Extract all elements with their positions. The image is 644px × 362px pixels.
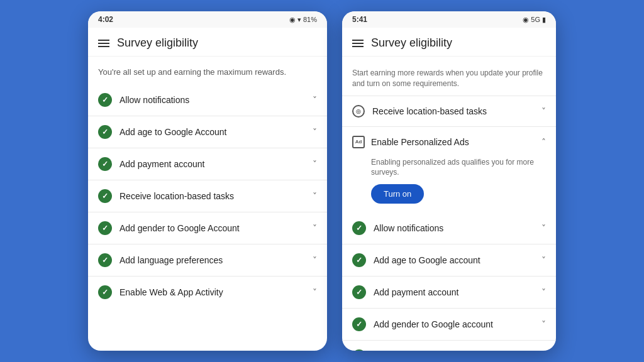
list-item[interactable]: Add gender to Google Account ˅	[88, 212, 327, 244]
chevron-icon-6: ˅	[313, 255, 317, 265]
location-text: Receive location-based tasks	[372, 106, 487, 116]
chevron-icon-5: ˅	[313, 223, 317, 233]
left-title: Survey eligibility	[117, 36, 198, 50]
right-status-bar: 5:41 ◉ 5G ▮	[342, 11, 556, 28]
item-text-5: Add gender to Google Account	[119, 223, 240, 233]
wifi-icon: ▾	[297, 16, 301, 24]
right-item-text-3: Add payment account	[374, 287, 458, 297]
list-item[interactable]: Enable Web & App Activity ˅	[88, 276, 327, 308]
item-text-4: Receive location-based tasks	[119, 191, 234, 201]
chevron-icon-3: ˅	[313, 159, 317, 169]
right-list-item[interactable]: Add age to Google account ˅	[342, 244, 556, 276]
right-info-text: Start earning more rewards when you upda…	[342, 63, 556, 96]
check-icon-6	[98, 253, 112, 267]
item-text-7: Enable Web & App Activity	[119, 287, 223, 297]
right-check-2	[352, 253, 366, 267]
item-text-6: Add language preferences	[119, 255, 223, 265]
list-item[interactable]: Receive location-based tasks ˅	[88, 180, 327, 212]
chevron-icon-1: ˅	[313, 95, 317, 105]
right-time: 5:41	[352, 15, 367, 24]
left-status-icons: ◉ ▾ 81%	[289, 16, 317, 24]
personalized-ads-desc: Enabling personalized ads qualifies you …	[371, 157, 546, 178]
signal-icon: ◉	[289, 16, 296, 24]
right-list-item[interactable]: Add gender to Google account ˅	[342, 308, 556, 340]
right-list-item[interactable]: Add payment account ˅	[342, 276, 556, 308]
check-icon-4	[98, 189, 112, 203]
location-chevron: ˅	[541, 106, 546, 116]
right-item-text-2: Add age to Google account	[374, 255, 480, 265]
location-icon: ◎	[352, 105, 365, 118]
left-content: You're all set up and earning the maximu…	[88, 57, 327, 314]
chevron-icon-4: ˅	[313, 191, 317, 201]
personalized-ads-expanded: Ad Enable Personalized Ads ˄ Enabling pe…	[342, 126, 556, 213]
right-check-3	[352, 285, 366, 299]
right-list: Allow notifications ˅ Add age to Google …	[342, 212, 556, 351]
left-app-header: Survey eligibility	[88, 28, 327, 57]
battery-icon: 81%	[303, 16, 317, 23]
right-title: Survey eligibility	[371, 36, 452, 50]
list-item[interactable]: Add language preferences ˅	[88, 244, 327, 276]
left-phone: 4:02 ◉ ▾ 81% Survey eligibility You're a…	[88, 11, 327, 351]
personalized-ads-header[interactable]: Ad Enable Personalized Ads ˄	[342, 127, 556, 157]
left-time: 4:02	[98, 15, 113, 24]
right-item-text-1: Allow notifications	[374, 223, 443, 233]
chevron-icon-7: ˅	[313, 287, 317, 297]
list-item[interactable]: Allow notifications ˅	[88, 84, 327, 116]
check-icon-2	[98, 125, 112, 139]
check-icon-3	[98, 157, 112, 171]
right-list-item[interactable]: Allow notifications ˅	[342, 212, 556, 244]
location-item[interactable]: ◎ Receive location-based tasks ˅	[342, 96, 556, 126]
list-item[interactable]: Add age to Google Account ˅	[88, 116, 327, 148]
turn-on-button[interactable]: Turn on	[371, 184, 424, 204]
check-icon-7	[98, 285, 112, 299]
ad-icon: Ad	[352, 136, 365, 148]
right-item-text-4: Add gender to Google account	[374, 319, 493, 329]
right-phone: 5:41 ◉ 5G ▮ Survey eligibility Start ear…	[342, 11, 556, 351]
item-text-1: Allow notifications	[119, 95, 189, 105]
right-chevron-4: ˅	[541, 319, 546, 329]
left-subtitle: You're all set up and earning the maximu…	[88, 63, 327, 84]
item-text-3: Add payment account	[119, 159, 204, 169]
right-status-icons: ◉ 5G ▮	[523, 16, 546, 24]
right-content: Start earning more rewards when you upda…	[342, 57, 556, 351]
chevron-icon-2: ˅	[313, 127, 317, 137]
check-icon-5	[98, 221, 112, 235]
item-text-2: Add age to Google Account	[119, 127, 226, 137]
personalized-ads-body: Enabling personalized ads qualifies you …	[342, 157, 556, 213]
right-chevron-3: ˅	[541, 287, 546, 297]
right-chevron-2: ˅	[541, 255, 546, 265]
left-status-bar: 4:02 ◉ ▾ 81%	[88, 11, 327, 28]
right-check-5	[352, 349, 366, 351]
right-chevron-1: ˅	[541, 223, 546, 233]
left-list: Allow notifications ˅ Add age to Google …	[88, 84, 327, 308]
signal-icon-right: ◉ 5G ▮	[523, 16, 546, 24]
right-menu-icon[interactable]	[352, 40, 364, 47]
right-app-header: Survey eligibility	[342, 28, 556, 57]
right-check-4	[352, 317, 366, 331]
left-menu-icon[interactable]	[98, 40, 109, 47]
personalized-ads-title: Enable Personalized Ads	[371, 137, 469, 147]
right-list-item[interactable]: Add language preferences ˅	[342, 340, 556, 351]
check-icon-1	[98, 93, 112, 107]
right-check-1	[352, 221, 366, 235]
personalized-ads-chevron: ˄	[541, 137, 546, 147]
list-item[interactable]: Add payment account ˅	[88, 148, 327, 180]
